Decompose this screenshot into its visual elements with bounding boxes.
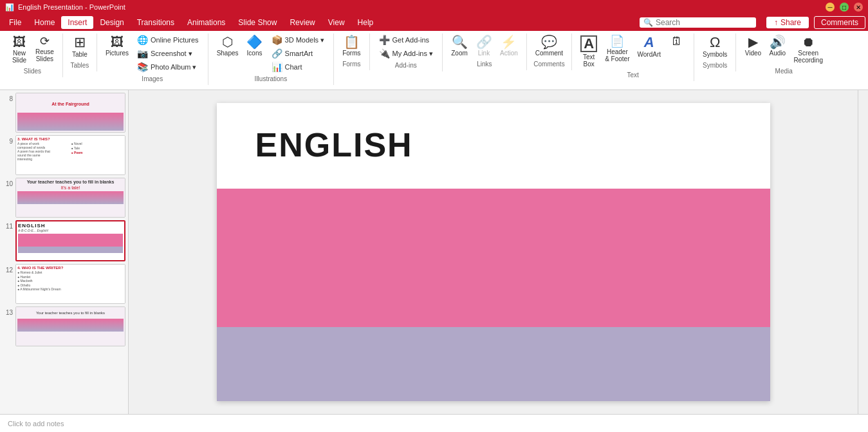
notes-bar[interactable]: Click to add notes [0, 414, 868, 432]
links-group-label: Links [448, 61, 521, 68]
search-wrap[interactable]: 🔍 [640, 17, 756, 28]
menu-slideshow[interactable]: Slide Show [232, 16, 283, 29]
link-icon: 🔗 [476, 35, 492, 48]
new-slide-button[interactable]: 🖼 NewSlide [8, 33, 31, 66]
slides-panel: 8 At the Fairground 9 3. WHAT IS THIS? A… [0, 90, 129, 414]
slide-num-10: 10 [3, 180, 13, 187]
my-addins-button[interactable]: 🔌 My Add-ins ▾ [375, 47, 437, 60]
screenshot-button[interactable]: 📷 Screenshot ▾ [133, 47, 203, 60]
share-button[interactable]: ↑ Share [766, 17, 809, 28]
thumb-12-text: ● Romeo & Juliet ● Hamlet ● Macbeth ● Ot… [17, 270, 124, 292]
app-title: English Presentation - PowerPoint [18, 3, 125, 11]
smartart-button[interactable]: 🔗 SmartArt [268, 47, 329, 60]
3d-models-button[interactable]: 📦 3D Models ▾ [268, 33, 329, 46]
tables-buttons: ⊞ Table [68, 33, 91, 60]
images-group-label: Images [102, 75, 203, 82]
icons-icon: 🔷 [246, 35, 263, 48]
slide-thumb-10[interactable]: 10 Your teacher teaches you to fill in b… [3, 178, 125, 218]
thumb-13-title: Your teacher teaches you to fill in blan… [17, 311, 124, 315]
menu-review[interactable]: Review [283, 16, 321, 29]
chart-icon: 📊 [272, 62, 282, 72]
addins-buttons: ➕ Get Add-ins 🔌 My Add-ins ▾ [375, 33, 437, 60]
header-footer-button[interactable]: 📄 Header& Footer [602, 33, 633, 64]
links-buttons: 🔍 Zoom 🔗 Link ⚡ Action [448, 33, 521, 59]
chart-button[interactable]: 📊 Chart [268, 61, 329, 73]
link-button[interactable]: 🔗 Link [472, 33, 495, 59]
3d-models-icon: 📦 [272, 35, 282, 45]
ribbon-group-images: 🖼 Pictures 🌐 Online Pictures 📷 Screensho… [97, 33, 208, 85]
ribbon-group-slides: 🖼 NewSlide ⟳ ReuseSlides Slides [3, 33, 63, 77]
title-bar: 📊 English Presentation - PowerPoint ─ □ … [0, 0, 868, 14]
menu-file[interactable]: File [3, 16, 28, 29]
slide-img-11: ENGLISH A-B-C-D-E... English! [15, 220, 125, 261]
slide-thumb-11[interactable]: 11 ENGLISH A-B-C-D-E... English! [3, 220, 125, 261]
symbols-button[interactable]: Ω Symbols [699, 33, 730, 60]
ribbon-group-symbols: Ω Symbols Symbols [694, 33, 736, 71]
thumb-11-subtitle: A-B-C-D-E... English! [18, 229, 123, 232]
new-slide-icon: 🖼 [13, 35, 26, 48]
wordart-button[interactable]: A WordArt [634, 33, 665, 60]
ribbon-group-tables: ⊞ Table Tables [63, 33, 97, 71]
pictures-button[interactable]: 🖼 Pictures [102, 33, 132, 59]
menu-bar: File Home Insert Design Transitions Anim… [0, 14, 868, 31]
header-footer-icon: 📄 [610, 35, 624, 47]
photo-album-button[interactable]: 📚 Photo Album ▾ [133, 61, 203, 73]
shapes-button[interactable]: ⬡ Shapes [214, 33, 242, 59]
table-button[interactable]: ⊞ Table [68, 33, 91, 60]
menu-transitions[interactable]: Transitions [131, 16, 181, 29]
symbols-group-label: Symbols [699, 62, 730, 69]
ribbon-group-text: A TextBox 📄 Header& Footer A WordArt 🗓 T… [572, 33, 694, 81]
maximize-button[interactable]: □ [840, 3, 849, 12]
thumb-12-title: 4. WHO IS THE WRITER? [17, 266, 124, 270]
online-pictures-button[interactable]: 🌐 Online Pictures [133, 33, 203, 46]
get-addins-icon: ➕ [379, 35, 390, 45]
symbols-icon: Ω [710, 35, 720, 50]
thumb-9-opt1: ● Novel [71, 142, 124, 146]
slide-num-8: 8 [3, 95, 13, 102]
minimize-button[interactable]: ─ [826, 3, 835, 12]
ribbon-group-media: ▶ Video 🔊 Audio ⏺ ScreenRecording Media [736, 33, 831, 77]
menu-help[interactable]: Help [351, 16, 380, 29]
menu-insert[interactable]: Insert [61, 16, 93, 29]
addins-split: ➕ Get Add-ins 🔌 My Add-ins ▾ [375, 33, 437, 60]
slides-group-label: Slides [8, 68, 57, 75]
app-logo-icon: 📊 [5, 3, 14, 12]
icons-button[interactable]: 🔷 Icons [243, 33, 266, 59]
tables-group-label: Tables [68, 62, 91, 69]
search-input[interactable] [656, 18, 752, 27]
symbols-buttons: Ω Symbols [699, 33, 730, 60]
reuse-slides-button[interactable]: ⟳ ReuseSlides [32, 33, 57, 64]
video-button[interactable]: ▶ Video [741, 33, 764, 59]
illustrations-buttons: ⬡ Shapes 🔷 Icons 📦 3D Models ▾ 🔗 SmartAr… [214, 33, 329, 73]
thumb-11-pink [18, 234, 123, 247]
addins-group-label: Add-ins [375, 62, 437, 69]
forms-button[interactable]: 📋 Forms [339, 33, 364, 59]
date-time-icon: 🗓 [671, 35, 683, 47]
action-button[interactable]: ⚡ Action [497, 33, 521, 59]
menu-view[interactable]: View [322, 16, 351, 29]
text-box-button[interactable]: A TextBox [577, 33, 600, 70]
thumb-10-block [17, 191, 124, 204]
audio-button[interactable]: 🔊 Audio [766, 33, 789, 59]
zoom-button[interactable]: 🔍 Zoom [448, 33, 471, 59]
media-group-label: Media [741, 68, 826, 75]
thumb-9-content: 3. WHAT IS THIS? A piece of workcomposed… [16, 136, 125, 174]
thumb-13-content: Your teacher teaches you to fill in blan… [16, 307, 125, 346]
get-addins-button[interactable]: ➕ Get Add-ins [375, 33, 437, 46]
comments-button[interactable]: Comments [814, 16, 865, 29]
menu-home[interactable]: Home [28, 16, 61, 29]
slide-thumb-12[interactable]: 12 4. WHO IS THE WRITER? ● Romeo & Julie… [3, 264, 125, 304]
menu-animations[interactable]: Animations [181, 16, 232, 29]
slide-thumb-13[interactable]: 13 Your teacher teaches you to fill in b… [3, 306, 125, 346]
slide-thumb-9[interactable]: 9 3. WHAT IS THIS? A piece of workcompos… [3, 135, 125, 175]
thumb-9-opt3: ● Poem [71, 151, 124, 155]
slide-thumb-8[interactable]: 8 At the Fairground [3, 93, 125, 133]
comments-group-label: Comments [532, 61, 566, 68]
date-time-button[interactable]: 🗓 [665, 33, 688, 50]
close-button[interactable]: ✕ [854, 3, 863, 12]
screen-recording-button[interactable]: ⏺ ScreenRecording [790, 33, 826, 66]
text-box-icon: A [580, 35, 597, 52]
comment-button[interactable]: 💬 Comment [532, 33, 566, 59]
text-buttons: A TextBox 📄 Header& Footer A WordArt 🗓 [577, 33, 688, 70]
menu-design[interactable]: Design [93, 16, 130, 29]
